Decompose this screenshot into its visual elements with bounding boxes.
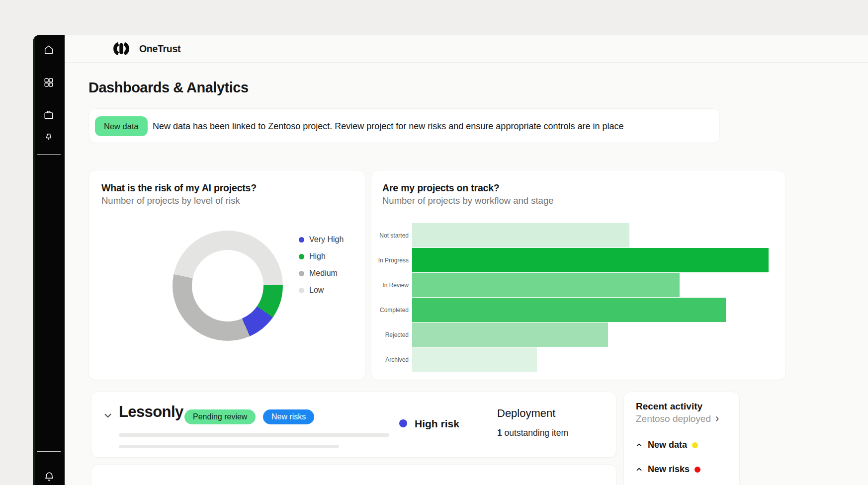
sidebar-bell-icon[interactable] [43,471,54,482]
bar-in-review [412,273,680,297]
app-window: OneTrust Dashboards & Analytics New data… [33,35,868,485]
legend-dot-low [299,288,304,293]
chevron-right-icon [714,415,721,422]
legend-dot-very-high [299,237,304,242]
bar-row-completed: Completed [371,298,774,322]
projects-chart-subtitle: Number of projects by workflow and stage [382,195,553,206]
sidebar-divider-bottom [37,451,61,452]
recent-activity-panel: Recent activity Zentoso deployed New dat… [623,392,740,485]
skeleton-line [119,445,339,448]
stage-bar-chart: Not started In Progress In Review Comple… [371,223,774,372]
chevron-down-icon[interactable] [102,410,113,421]
high-risk-dot [399,419,407,427]
risk-chart-title: What is the risk of my AI projects? [101,182,257,194]
legend-dot-high [299,254,304,259]
screen: OneTrust Dashboards & Analytics New data… [0,0,868,485]
bar-row-in-progress: In Progress [371,248,774,272]
donut-hole [192,250,263,322]
bar-row-not-started: Not started [371,223,774,247]
caret-up-icon [635,466,643,473]
bar-row-archived: Archived [371,347,774,372]
stage-name: Deployment [497,407,555,420]
risk-legend: Very High High Medium Low [299,231,344,299]
recent-activity-title: Recent activity [636,401,702,412]
banner-message: New data has been linked to Zentoso proj… [153,109,624,144]
sidebar [33,35,65,485]
bar-rejected [412,323,608,347]
legend-item-very-high: Very High [299,231,344,248]
legend-item-high: High [299,248,344,265]
bar-archived [412,347,537,372]
risk-level-label: High risk [415,418,459,430]
bar-row-rejected: Rejected [371,323,774,347]
bar-not-started [412,223,629,247]
project-name[interactable]: Lessonly [119,403,183,421]
bar-completed [412,298,726,322]
alert-badge-new-risks[interactable]: New risks [263,409,314,424]
status-badge-pending-review: Pending review [184,409,256,424]
bar-in-progress [412,248,769,272]
risk-chart-subtitle: Number of projects by level of risk [101,195,240,206]
projects-chart-card: Are my projects on track? Number of proj… [371,170,786,380]
apps-grid-icon[interactable] [43,77,54,88]
caret-up-icon [635,441,643,449]
brand-name: OneTrust [139,43,180,55]
outstanding-items: 1 outstanding item [497,428,568,438]
top-header: OneTrust [65,35,868,63]
yellow-status-dot [692,442,698,448]
page-title: Dashboards & Analytics [88,80,249,96]
activity-item-new-data[interactable]: New data [635,440,698,450]
home-icon[interactable] [43,44,54,55]
activity-item-new-risks[interactable]: New risks [635,464,700,475]
risk-donut-chart [173,231,283,341]
next-project-row [91,464,616,485]
red-status-dot [694,467,700,473]
projects-chart-title: Are my projects on track? [382,182,500,194]
sidebar-divider-top [37,154,61,155]
legend-dot-medium [299,271,304,276]
onetrust-logo-icon [110,42,132,57]
legend-item-medium: Medium [299,265,344,282]
bar-row-in-review: In Review [371,273,774,297]
project-row-lessonly: Lessonly Pending review New risks High r… [91,392,616,458]
legend-item-low: Low [299,282,344,299]
risk-chart-card: What is the risk of my AI projects? Numb… [88,170,365,380]
pin-icon[interactable] [43,132,54,143]
skeleton-line [119,433,389,437]
new-data-badge: New data [95,116,148,136]
briefcase-icon[interactable] [43,109,54,120]
new-data-banner[interactable]: New data New data has been linked to Zen… [88,108,720,143]
recent-activity-link[interactable]: Zentoso deployed [636,413,721,424]
